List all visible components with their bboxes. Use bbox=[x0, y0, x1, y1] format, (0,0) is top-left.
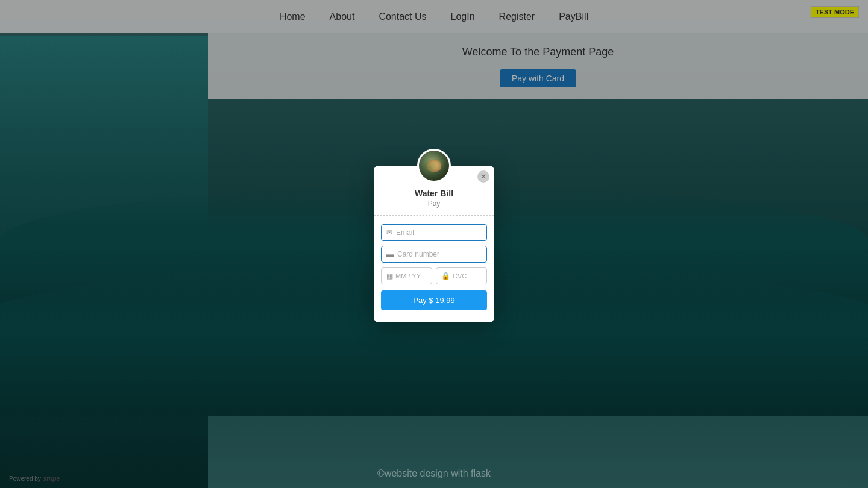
calendar-icon: ▦ bbox=[386, 272, 393, 280]
modal-form: ✉ ▬ ▦ 🔒 Pay $ 19.99 bbox=[374, 224, 494, 310]
pay-button[interactable]: Pay $ 19.99 bbox=[381, 290, 487, 310]
modal-close-button[interactable]: ✕ bbox=[477, 170, 489, 183]
expiry-field-wrapper: ▦ bbox=[381, 267, 432, 284]
modal-avatar-wrap bbox=[374, 149, 494, 183]
cvc-input[interactable] bbox=[453, 272, 482, 280]
card-icon: ▬ bbox=[386, 250, 394, 258]
payment-modal: ✕ Water Bill Pay ✉ ▬ ▦ bbox=[374, 166, 494, 322]
modal-overlay: ✕ Water Bill Pay ✉ ▬ ▦ bbox=[0, 0, 868, 488]
email-icon: ✉ bbox=[386, 228, 392, 237]
avatar bbox=[417, 149, 451, 183]
email-input[interactable] bbox=[396, 228, 482, 237]
email-field-wrapper: ✉ bbox=[381, 224, 487, 241]
card-details-row: ▦ 🔒 bbox=[381, 267, 487, 284]
cvc-field-wrapper: 🔒 bbox=[436, 267, 487, 284]
card-number-input[interactable] bbox=[397, 250, 482, 258]
modal-subtitle: Pay bbox=[374, 199, 494, 208]
modal-title: Water Bill bbox=[374, 189, 494, 198]
expiry-input[interactable] bbox=[395, 272, 427, 280]
lock-icon: 🔒 bbox=[441, 272, 450, 280]
card-number-field-wrapper: ▬ bbox=[381, 246, 487, 263]
modal-divider bbox=[374, 215, 494, 216]
